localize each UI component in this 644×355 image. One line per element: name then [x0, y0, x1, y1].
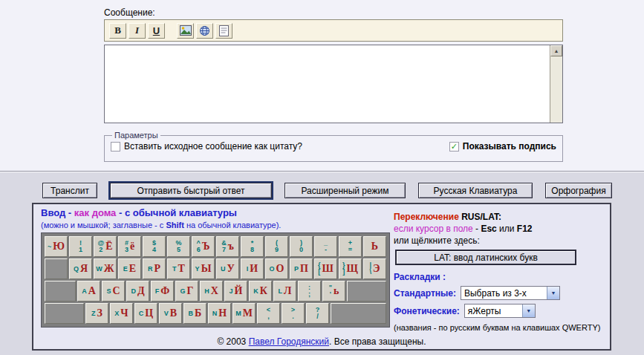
- keyboard-key[interactable]: FФ: [151, 281, 174, 302]
- key-latin-label: R: [148, 266, 153, 273]
- text-part: с обычной: [125, 207, 179, 218]
- key-latin-label: ! 1: [79, 240, 82, 253]
- keyboard-key[interactable]: GГ: [175, 281, 198, 302]
- keyboard-key[interactable]: TТ: [167, 258, 190, 279]
- key-latin-label: & 7: [221, 240, 227, 253]
- keyboard-key[interactable]: HХ: [200, 281, 223, 302]
- dropdown-arrow-icon[interactable]: ▼: [547, 287, 559, 299]
- key-latin-label: : ;: [308, 284, 310, 298]
- keyboard-key[interactable]: NН: [208, 303, 231, 324]
- author-link[interactable]: Павел Городянский: [249, 336, 329, 347]
- action-button-2[interactable]: Отправить быстрый ответ: [110, 183, 272, 198]
- action-button-3[interactable]: Расширенный режим: [284, 183, 406, 198]
- keyboard-key[interactable]: KК: [249, 281, 272, 302]
- quote-checkbox[interactable]: [111, 142, 120, 152]
- keyboard-key[interactable]: } ]Щ: [339, 258, 362, 279]
- keyboard-key[interactable]: QЯ: [69, 258, 92, 279]
- keyboard-key[interactable]: UУ: [216, 258, 239, 279]
- action-button-1[interactable]: Транслит: [42, 183, 97, 198]
- keyboard-key[interactable]: & 7ъ: [216, 236, 239, 257]
- key-latin-label: # 3: [125, 240, 129, 253]
- keyboard-key[interactable]: { [Ш: [314, 258, 337, 279]
- keyboard-key[interactable]: ZЗ: [85, 303, 108, 324]
- params-fieldset: Параметры Вставить исходное сообщение ка…: [104, 131, 563, 162]
- key-latin-label: G: [180, 288, 186, 295]
- dropdown-arrow-icon[interactable]: ▼: [522, 304, 535, 317]
- keyboard-key[interactable]: ? /: [306, 303, 329, 324]
- keyboard-key[interactable]: EЕ: [118, 258, 141, 279]
- text-part: -: [473, 224, 481, 234]
- keyboard-key[interactable]: $ 4: [143, 236, 166, 257]
- keyboard-key[interactable]: # 3ё: [118, 236, 141, 257]
- keyboard-key[interactable]: ^ 6Ъ: [192, 236, 215, 257]
- keyboard-key[interactable]: JЙ: [224, 281, 247, 302]
- keyboard-key[interactable]: BБ: [183, 303, 206, 324]
- keyboard-key[interactable]: Ь: [363, 236, 386, 257]
- keyboard-key[interactable]: : ;: [298, 281, 321, 302]
- signature-checkbox[interactable]: ✓: [449, 142, 459, 152]
- keyboard-key[interactable]: * 8: [241, 236, 264, 257]
- keyboard-key[interactable]: MМ: [232, 303, 256, 324]
- keyboard-key[interactable]: " 'ь: [322, 281, 345, 302]
- key-latin-label: T: [172, 266, 177, 273]
- keyboard-key[interactable]: OО: [265, 258, 288, 279]
- keyboard-key[interactable]: VВ: [159, 303, 182, 324]
- key-russian-label: Ц: [145, 308, 153, 319]
- bold-button[interactable]: B: [109, 23, 126, 39]
- underline-button[interactable]: U: [148, 23, 165, 39]
- keyboard-key[interactable]: WЖ: [94, 258, 117, 279]
- key-latin-label: W: [96, 266, 103, 273]
- action-button-4[interactable]: Русская Клавиатура: [418, 183, 533, 198]
- standard-layout-select[interactable]: Выбрать из 3-х ▼: [461, 286, 560, 300]
- key-latin-label: C: [139, 310, 144, 317]
- keyboard-blank-key: [347, 281, 386, 302]
- keyboard-key[interactable]: ) 0: [290, 236, 313, 257]
- panel-subheading: (можно и мышкой; заглавные - с Shift на …: [41, 221, 281, 229]
- keyboard-key[interactable]: CЦ: [134, 303, 157, 324]
- quote-icon[interactable]: [215, 23, 232, 39]
- link-icon[interactable]: [196, 23, 213, 39]
- keyboard-key[interactable]: @ 2Ё: [94, 236, 117, 257]
- keyboard-key[interactable]: > .: [282, 303, 305, 324]
- keyboard-key[interactable]: + =: [339, 236, 362, 257]
- key-latin-label: ) 0: [299, 240, 303, 253]
- key-russian-label: ь: [334, 286, 339, 296]
- keyboard-key[interactable]: ( 9: [265, 236, 288, 257]
- text-part: Shift: [166, 221, 183, 229]
- keyboard-key[interactable]: RР: [143, 258, 166, 279]
- keyboard-key[interactable]: PП: [290, 258, 313, 279]
- action-button-5[interactable]: Орфография: [545, 183, 612, 198]
- scroll-up-icon[interactable]: ▲: [550, 45, 562, 56]
- keyboard-key[interactable]: _ -: [314, 236, 337, 257]
- italic-button[interactable]: I: [129, 23, 146, 39]
- action-buttons: ТранслитОтправить быстрый ответРасширенн…: [42, 183, 612, 198]
- key-latin-label: < ,: [267, 307, 270, 320]
- keyboard-key[interactable]: XЧ: [110, 303, 133, 324]
- keyboard-key[interactable]: DД: [126, 281, 149, 302]
- key-russian-label: О: [276, 264, 284, 274]
- key-latin-label: % 5: [175, 240, 181, 253]
- switch-instruction-3: или щёлкните здесь:: [394, 235, 608, 246]
- keyboard-row: AАSСDДFФGГHХJЙKКLЛ: ;" 'ь: [45, 281, 386, 302]
- keyboard-key[interactable]: AА: [77, 281, 100, 302]
- keyboard-key[interactable]: LЛ: [273, 281, 296, 302]
- quote-checkbox-label: Вставить исходное сообщение как цитату?: [124, 141, 302, 152]
- editor-scrollbar[interactable]: ▲ ▼: [550, 45, 562, 123]
- image-icon[interactable]: [177, 23, 194, 39]
- phonetic-layout-select[interactable]: яЖерты ▼: [464, 304, 536, 318]
- keyboard-key[interactable]: IИ: [241, 258, 264, 279]
- key-latin-label: $ 4: [152, 240, 156, 253]
- keyboard-key[interactable]: | \Э: [363, 258, 386, 279]
- keyboard-key[interactable]: < ,: [257, 303, 280, 324]
- keyboard-key[interactable]: % 5: [167, 236, 190, 257]
- text-part: -: [65, 207, 74, 218]
- keyboard-key[interactable]: SС: [102, 281, 125, 302]
- message-textarea[interactable]: [105, 45, 550, 123]
- keyboard-key[interactable]: ~Ю: [45, 236, 68, 257]
- lat-toggle-button[interactable]: LAT: ввод латинских букв: [395, 250, 576, 265]
- keyboard-blank-key: [45, 303, 84, 324]
- keyboard-key[interactable]: YЫ: [192, 258, 215, 279]
- keyboard-key[interactable]: ! 1: [69, 236, 92, 257]
- keyboard-blank-key: [45, 258, 68, 279]
- key-russian-label: Г: [187, 286, 194, 296]
